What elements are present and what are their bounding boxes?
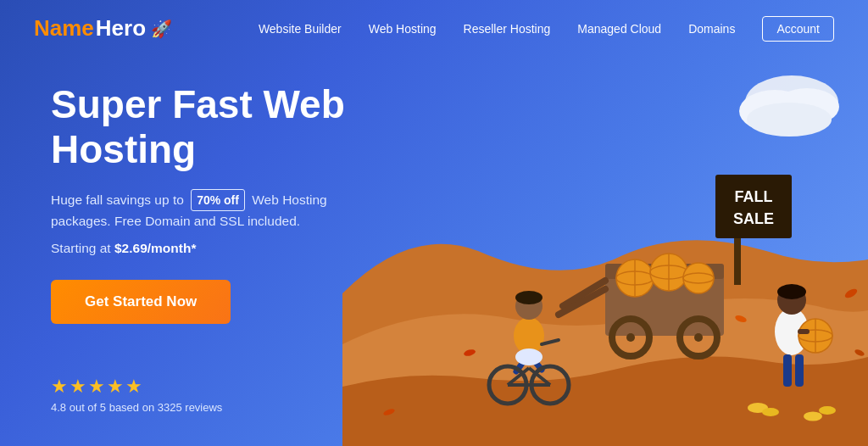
account-button[interactable]: Account [762,16,834,42]
logo-icon: 🚀 [151,19,172,39]
cta-button[interactable]: Get Started Now [51,280,231,324]
star-rating: ★★★★★ [51,376,222,398]
hero-price: Starting at $2.69/month* [51,241,373,256]
reviews-section: ★★★★★ 4.8 out of 5 based on 3325 reviews [51,376,222,414]
nav-managed-cloud[interactable]: Managed Cloud [577,22,661,36]
logo-name-part: Name [34,15,94,42]
review-text: 4.8 out of 5 based on 3325 reviews [51,401,222,414]
nav-reseller-hosting[interactable]: Reseller Hosting [464,22,551,36]
svg-point-29 [515,291,542,304]
svg-rect-42 [783,354,792,387]
hero-title: Super Fast Web Hosting [51,82,373,172]
svg-point-50 [762,408,779,416]
nav-domains[interactable]: Domains [688,22,735,36]
svg-text:FALL: FALL [735,188,773,205]
svg-text:SALE: SALE [733,210,774,227]
svg-rect-24 [715,175,792,238]
nav-links: Website Builder Web Hosting Reseller Hos… [259,16,834,42]
svg-point-38 [515,348,542,365]
svg-rect-43 [795,354,804,387]
price-value: $2.69/month* [114,241,196,255]
svg-point-11 [694,333,703,342]
price-label: Starting at [51,241,111,255]
logo[interactable]: NameHero🚀 [34,15,172,42]
discount-badge: 70% off [191,189,245,211]
logo-hero-part: Hero [96,15,146,42]
svg-point-41 [777,284,806,299]
nav-web-hosting[interactable]: Web Hosting [369,22,437,36]
svg-point-3 [747,103,832,137]
subtitle-before: Huge fall savings up to [51,192,184,207]
svg-point-51 [804,412,822,421]
nav-website-builder[interactable]: Website Builder [259,22,342,36]
svg-point-9 [626,333,635,342]
navbar: NameHero🚀 Website Builder Web Hosting Re… [0,0,868,57]
hero-subtitle: Huge fall savings up to 70% off Web Host… [51,189,373,232]
hero-content: Super Fast Web Hosting Huge fall savings… [0,57,424,351]
svg-point-52 [819,406,836,415]
